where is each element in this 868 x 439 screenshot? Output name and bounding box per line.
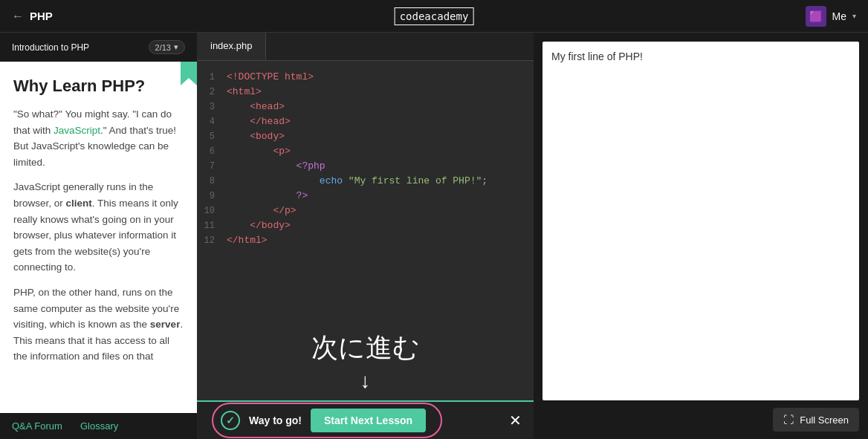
line-num: 4 [197,114,227,129]
paragraph-1: "So what?" You might say. "I can do that… [13,106,184,170]
sidebar-content: Why Learn PHP? "So what?" You might say.… [0,62,197,413]
para2-rest: . This means it only really knows what's… [13,198,178,273]
glossary-link[interactable]: Glossary [80,420,118,432]
chevron-down-icon: ▾ [852,12,856,20]
code-line: 10 </p> [197,204,534,218]
progress-chevron: ▾ [174,42,178,52]
code-line: 3 <head> [197,100,534,114]
code-token: <body> [227,129,285,144]
code-editor[interactable]: 1 <!DOCTYPE html> 2 <html> 3 <head> 4 </… [197,61,534,315]
fullscreen-label: Full Screen [800,414,849,426]
course-title: PHP [30,10,53,22]
code-line: 9 ?> [197,189,534,204]
code-token: echo "My first line of PHP!"; [227,174,488,189]
user-menu[interactable]: 🟪 Me ▾ [806,6,856,27]
close-button[interactable]: ✕ [509,412,522,429]
code-token: <p> [227,144,291,159]
line-num: 9 [197,189,227,204]
line-num: 8 [197,174,227,189]
sidebar: Introduction to PHP 2/13 ▾ Why Learn PHP… [0,33,197,439]
progress-text: 2/13 [155,43,171,52]
line-num: 12 [197,233,227,248]
lesson-title: Why Learn PHP? [13,77,184,96]
top-nav: ← PHP codeacademy 🟪 Me ▾ [0,0,868,33]
lesson-module-title: Introduction to PHP [12,42,89,53]
code-token: ?> [227,189,308,204]
line-num: 2 [197,85,227,100]
sidebar-footer: Q&A Forum Glossary [0,413,197,439]
code-token: <?php [227,159,326,174]
line-num: 3 [197,100,227,114]
right-panel: My first line of PHP! ⛶ Full Screen [534,33,868,439]
fullscreen-bar: ⛶ Full Screen [534,400,868,439]
code-line: 11 </body> [197,218,534,233]
way-to-go-container: ✓ Way to go! Start Next Lesson [212,403,442,438]
code-token: </body> [227,218,291,233]
logo: codeacademy [395,10,474,23]
output-window: My first line of PHP! [542,42,859,400]
progress-badge[interactable]: 2/13 ▾ [149,40,185,54]
sidebar-header: Introduction to PHP 2/13 ▾ [0,33,197,62]
code-token: <head> [227,100,285,114]
code-tabs: index.php [197,33,534,61]
code-line: 1 <!DOCTYPE html> [197,70,534,85]
para2-bold: client [66,198,92,209]
next-label: 次に進む [311,330,420,366]
back-nav[interactable]: ← PHP [12,10,53,23]
code-line: 8 echo "My first line of PHP!"; [197,174,534,189]
back-arrow[interactable]: ← [12,10,24,23]
code-line: 12 </html> [197,233,534,248]
code-area: index.php 1 <!DOCTYPE html> 2 <html> 3 <… [197,33,534,439]
codecademy-logo: codeacademy [395,7,474,25]
line-num: 1 [197,70,227,85]
qa-forum-link[interactable]: Q&A Forum [12,420,62,432]
fullscreen-icon: ⛶ [783,414,794,426]
code-token: </head> [227,114,291,129]
code-line: 6 <p> [197,144,534,159]
code-token: <!DOCTYPE html> [227,70,314,85]
main-area: Introduction to PHP 2/13 ▾ Why Learn PHP… [0,33,868,439]
code-line: 2 <html> [197,85,534,100]
line-num: 6 [197,144,227,159]
fullscreen-button[interactable]: ⛶ Full Screen [773,408,859,432]
code-line: 5 <body> [197,129,534,144]
para3-bold: server [150,319,181,330]
paragraph-2: JavaScript generally runs in the browser… [13,179,184,276]
bottom-bar: ✓ Way to go! Start Next Lesson ✕ [197,400,534,439]
bookmark-icon [181,62,197,85]
next-arrow: ↓ [360,369,371,393]
line-num: 5 [197,129,227,144]
code-token: </p> [227,204,297,218]
line-num: 7 [197,159,227,174]
code-line: 7 <?php [197,159,534,174]
start-next-lesson-button[interactable]: Start Next Lesson [311,409,426,432]
paragraph-3: PHP, on the other hand, runs on the same… [13,284,184,365]
output-text: My first line of PHP! [551,51,643,62]
avatar: 🟪 [806,6,826,27]
javascript-link[interactable]: JavaScript [54,125,100,136]
line-num: 10 [197,204,227,218]
code-line: 4 </head> [197,114,534,129]
code-token: <html> [227,85,262,100]
next-section: 次に進む ↓ [197,315,534,400]
way-to-go-text: Way to go! [249,414,302,426]
code-token: </html> [227,233,268,248]
svg-marker-0 [181,62,197,85]
user-label: Me [832,10,846,22]
check-circle-icon: ✓ [221,411,240,430]
line-num: 11 [197,218,227,233]
tab-index-php[interactable]: index.php [197,33,266,60]
